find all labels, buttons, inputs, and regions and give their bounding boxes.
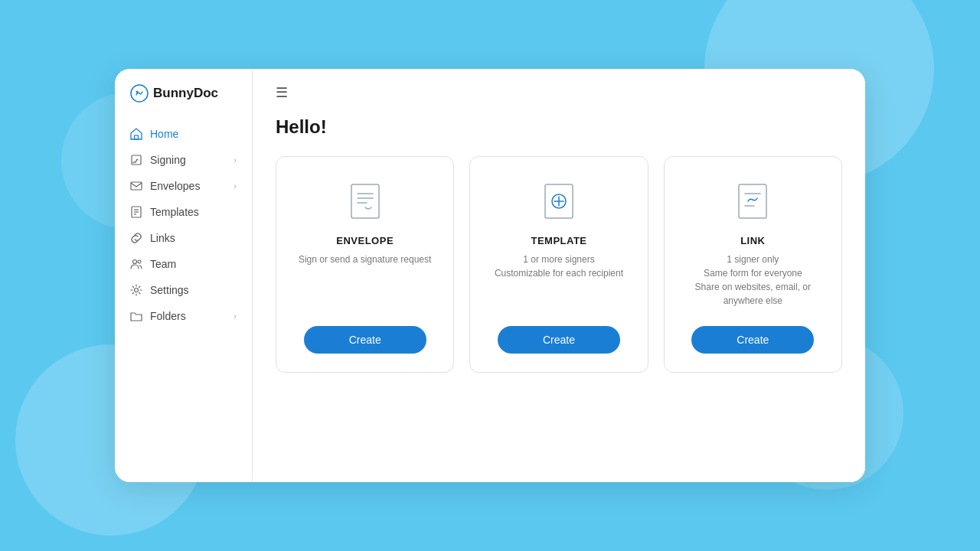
envelopes-chevron-icon: › (234, 181, 237, 191)
link-card: LINK 1 signer only Same form for everyon… (664, 156, 842, 373)
svg-rect-2 (135, 135, 139, 139)
logo: BunnyDoc (115, 84, 252, 121)
link-card-desc: 1 signer only Same form for everyone Sha… (680, 253, 826, 308)
link-card-title: LINK (740, 235, 765, 246)
envelope-card-title: ENVELOPE (336, 235, 394, 246)
template-card-icon (537, 180, 580, 223)
template-create-button[interactable]: Create (498, 326, 620, 354)
signing-icon (130, 154, 142, 166)
settings-icon (130, 284, 142, 296)
sidebar-item-templates[interactable]: Templates (115, 199, 252, 225)
sidebar-item-links[interactable]: Links (115, 225, 252, 251)
envelope-create-button[interactable]: Create (304, 326, 426, 354)
sidebar-item-settings-label: Settings (150, 284, 189, 296)
svg-point-10 (138, 260, 141, 263)
link-create-button[interactable]: Create (691, 326, 814, 354)
sidebar-item-links-label: Links (150, 232, 175, 244)
svg-point-11 (135, 289, 139, 292)
template-card-desc: 1 or more signers Customizable for each … (495, 253, 623, 308)
links-icon (130, 232, 142, 244)
envelope-card: ENVELOPE Sign or send a signature reques… (276, 156, 454, 373)
svg-rect-4 (131, 182, 142, 190)
sidebar-item-signing-label: Signing (150, 154, 186, 166)
page-greeting: Hello! (276, 116, 842, 138)
sidebar-item-signing[interactable]: Signing › (115, 147, 252, 173)
folders-icon (130, 310, 142, 322)
sidebar-item-envelopes-label: Envelopes (150, 180, 200, 192)
sidebar-item-home-label: Home (150, 128, 178, 140)
sidebar-item-folders[interactable]: Folders › (115, 303, 252, 329)
team-icon (130, 258, 142, 270)
app-name: BunnyDoc (153, 86, 218, 101)
hamburger-menu-button[interactable]: ☰ (276, 84, 288, 101)
main-content: ☰ Hello! ENVELOPE Sign or send a signatu… (253, 69, 865, 482)
sidebar: BunnyDoc Home Signing › Envelope (115, 69, 253, 482)
cards-row: ENVELOPE Sign or send a signature reques… (276, 156, 842, 373)
templates-icon (130, 206, 142, 218)
svg-rect-20 (739, 184, 766, 218)
template-card: TEMPLATE 1 or more signers Customizable … (469, 156, 648, 373)
sidebar-item-home[interactable]: Home (115, 121, 252, 147)
template-card-title: TEMPLATE (531, 235, 586, 246)
app-window: BunnyDoc Home Signing › Envelope (115, 69, 865, 482)
sidebar-item-settings[interactable]: Settings (115, 277, 252, 303)
envelope-card-desc: Sign or send a signature request (299, 253, 431, 308)
envelopes-icon (130, 180, 142, 192)
signing-chevron-icon: › (234, 155, 237, 165)
sidebar-item-folders-label: Folders (150, 310, 186, 322)
svg-rect-12 (351, 184, 379, 218)
sidebar-item-envelopes[interactable]: Envelopes › (115, 173, 252, 199)
sidebar-item-team[interactable]: Team (115, 251, 252, 277)
home-icon (130, 128, 142, 140)
svg-point-1 (136, 91, 139, 93)
sidebar-item-team-label: Team (150, 258, 176, 270)
link-card-icon (731, 180, 774, 223)
folders-chevron-icon: › (234, 311, 237, 321)
envelope-card-icon (344, 180, 387, 223)
logo-icon (130, 84, 149, 103)
svg-point-9 (133, 260, 137, 264)
sidebar-item-templates-label: Templates (150, 206, 199, 218)
